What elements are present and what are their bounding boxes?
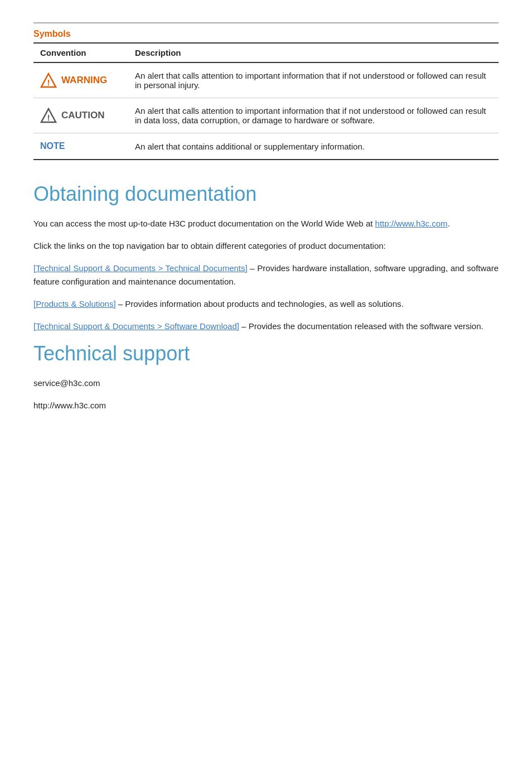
warning-label: WARNING <box>61 75 107 86</box>
caution-triangle-icon: ! <box>40 108 57 123</box>
tech-docs-link[interactable]: [Technical Support & Documents > Technic… <box>33 263 248 273</box>
tech-support-heading: Technical support <box>33 342 499 365</box>
symbols-table: Convention Description ! WARNING <box>33 42 499 160</box>
note-label: NOTE <box>40 141 65 151</box>
note-convention: NOTE <box>40 141 122 151</box>
table-row: ! WARNING An alert that calls attention … <box>33 62 499 98</box>
note-description: An alert that contains additional or sup… <box>128 133 499 160</box>
support-email-link[interactable]: service@h3c.com <box>33 378 100 388</box>
symbols-section: Symbols Convention Description ! <box>33 22 499 160</box>
obtaining-doc-heading: Obtaining documentation <box>33 182 499 206</box>
caution-convention: ! CAUTION <box>40 108 122 123</box>
warning-description: An alert that calls attention to importa… <box>128 62 499 98</box>
software-dl-link-item: [Technical Support & Documents > Softwar… <box>33 320 499 333</box>
table-row: ! CAUTION An alert that calls attention … <box>33 98 499 133</box>
caution-label: CAUTION <box>61 110 104 121</box>
software-dl-description: – Provides the documentation released wi… <box>239 321 483 331</box>
table-row: NOTE An alert that contains additional o… <box>33 133 499 160</box>
products-link-item: [Products & Solutions] – Provides inform… <box>33 297 499 311</box>
tech-docs-link-item: [Technical Support & Documents > Technic… <box>33 262 499 288</box>
warning-convention: ! WARNING <box>40 73 122 88</box>
obtaining-doc-section: Obtaining documentation You can access t… <box>33 182 499 333</box>
nav-instruction: Click the links on the top navigation ba… <box>33 239 499 253</box>
caution-description: An alert that calls attention to importa… <box>128 98 499 133</box>
h3c-website-link[interactable]: http://www.h3c.com <box>375 219 448 228</box>
tech-support-section: Technical support service@h3c.com http:/… <box>33 342 499 412</box>
support-website-link[interactable]: http://www.h3c.com <box>33 401 106 410</box>
warning-triangle-icon: ! <box>40 73 57 88</box>
svg-text:!: ! <box>47 78 50 87</box>
col-convention: Convention <box>33 43 128 62</box>
symbols-heading: Symbols <box>33 29 499 39</box>
products-description: – Provides information about products an… <box>116 299 404 309</box>
svg-text:!: ! <box>47 113 50 122</box>
col-description: Description <box>128 43 499 62</box>
products-link[interactable]: [Products & Solutions] <box>33 299 116 309</box>
obtaining-doc-intro: You can access the most up-to-date H3C p… <box>33 217 499 230</box>
software-dl-link[interactable]: [Technical Support & Documents > Softwar… <box>33 321 239 331</box>
